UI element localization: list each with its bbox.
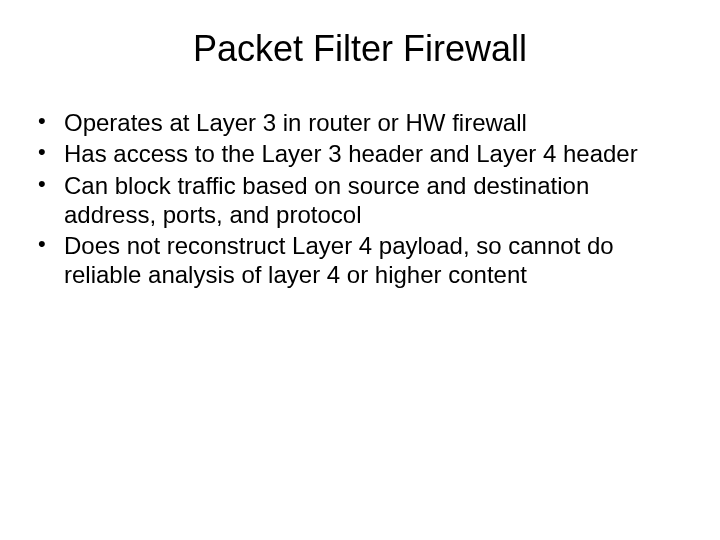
bullet-text: Operates at Layer 3 in router or HW fire…: [64, 108, 684, 137]
bullet-text: Has access to the Layer 3 header and Lay…: [64, 139, 684, 168]
bullet-icon: •: [36, 108, 64, 135]
bullet-text: Does not reconstruct Layer 4 payload, so…: [64, 231, 684, 290]
bullet-text: Can block traffic based on source and de…: [64, 171, 684, 230]
list-item: • Operates at Layer 3 in router or HW fi…: [36, 108, 684, 137]
bullet-icon: •: [36, 171, 64, 198]
list-item: • Can block traffic based on source and …: [36, 171, 684, 230]
list-item: • Does not reconstruct Layer 4 payload, …: [36, 231, 684, 290]
bullet-icon: •: [36, 231, 64, 258]
bullet-icon: •: [36, 139, 64, 166]
slide-title: Packet Filter Firewall: [36, 28, 684, 70]
list-item: • Has access to the Layer 3 header and L…: [36, 139, 684, 168]
bullet-list: • Operates at Layer 3 in router or HW fi…: [36, 108, 684, 290]
